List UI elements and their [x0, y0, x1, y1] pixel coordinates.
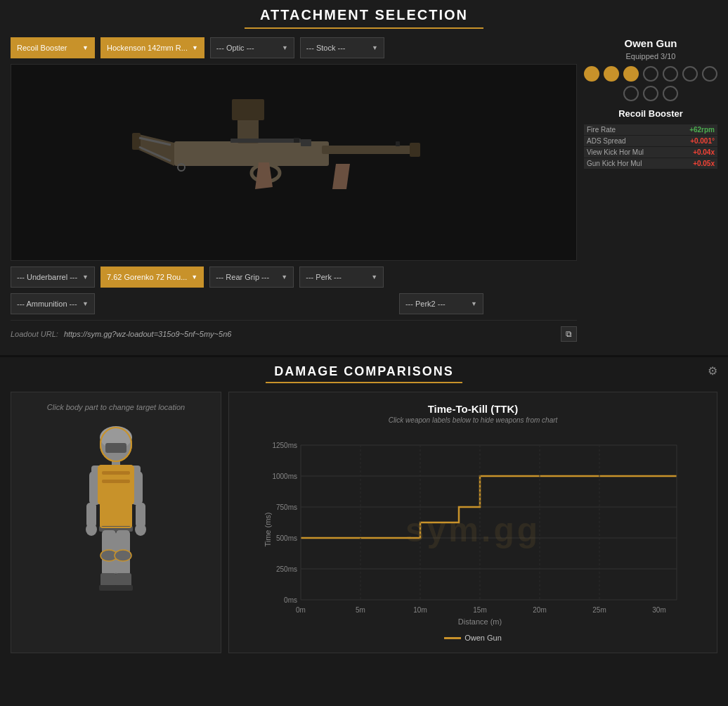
legend-line	[444, 637, 461, 639]
dropdown-optic[interactable]: --- Optic --- ▼	[210, 37, 294, 58]
svg-rect-13	[396, 141, 400, 146]
svg-text:0m: 0m	[296, 606, 306, 614]
dropdown-arrow: ▼	[82, 274, 89, 281]
dot-7	[702, 66, 717, 82]
page-title: ATTACHMENT SELECTION	[11, 7, 717, 23]
stat-row-firerate: Fire Rate +62rpm	[584, 124, 717, 135]
svg-rect-16	[105, 443, 126, 453]
dot-6	[682, 66, 698, 82]
svg-rect-12	[294, 138, 299, 143]
svg-text:500ms: 500ms	[276, 534, 297, 542]
svg-text:15m: 15m	[473, 606, 486, 614]
svg-point-29	[115, 550, 131, 561]
url-label: Loadout URL:	[11, 330, 58, 338]
stat-value: +0.001°	[690, 137, 715, 145]
stats-table: Fire Rate +62rpm ADS Spread +0.001° View…	[584, 124, 717, 169]
damage-comparisons-section: DAMAGE COMPARISONS ⚙ Click body part to …	[0, 355, 728, 660]
dropdown-arrow: ▼	[372, 44, 378, 51]
section-underline	[266, 382, 462, 383]
ttk-chart-area: Time-To-Kill (TTK) Click weapon labels b…	[228, 392, 717, 653]
svg-text:750ms: 750ms	[276, 503, 297, 511]
svg-text:Time (ms): Time (ms)	[264, 512, 272, 546]
dropdown-barrel[interactable]: Hockenson 142mm R... ▼	[100, 37, 204, 58]
svg-text:1250ms: 1250ms	[272, 442, 297, 449]
stat-value: +0.05x	[693, 160, 715, 167]
url-value: https://sym.gg?wz-loadout=315o9~5nf~5my~…	[64, 330, 555, 338]
attachment-dots	[584, 66, 717, 101]
svg-rect-2	[410, 143, 420, 157]
stat-row-ads: ADS Spread +0.001°	[584, 136, 717, 146]
dropdown-arrow: ▼	[281, 274, 287, 281]
svg-text:1000ms: 1000ms	[272, 473, 297, 480]
damage-area: Click body part to change target locatio…	[11, 392, 717, 653]
dropdown-arrow: ▼	[371, 274, 377, 281]
legend-item-owen-gun[interactable]: Owen Gun	[444, 634, 502, 642]
svg-rect-33	[115, 585, 133, 591]
dropdown-muzzle[interactable]: Recoil Booster ▼	[11, 37, 95, 58]
dot-2	[604, 66, 619, 82]
dropdown-perk[interactable]: --- Perk --- ▼	[299, 267, 384, 288]
svg-text:30m: 30m	[652, 606, 665, 614]
svg-rect-5	[301, 139, 311, 146]
svg-text:10m: 10m	[413, 606, 427, 614]
svg-text:5m: 5m	[356, 606, 365, 614]
svg-rect-8	[230, 139, 301, 143]
body-target-panel: Click body part to change target locatio…	[11, 392, 221, 653]
dot-8	[623, 86, 639, 101]
dropdown-arrow: ▼	[282, 44, 288, 51]
svg-text:0ms: 0ms	[284, 596, 297, 604]
dot-5	[663, 66, 678, 82]
svg-point-37	[135, 523, 146, 536]
svg-rect-4	[232, 99, 264, 120]
bottom-dropdowns-row2: --- Ammunition --- ▼ --- Perk2 --- ▼	[11, 293, 577, 314]
svg-rect-22	[102, 471, 130, 475]
copy-url-button[interactable]: ⧉	[561, 326, 577, 342]
chart-legend: Owen Gun	[240, 634, 706, 642]
attachment-main: Recoil Booster ▼ Hockenson 142mm R... ▼ …	[11, 37, 577, 345]
attachment-selection-section: ATTACHMENT SELECTION Recoil Booster ▼ Ho…	[0, 0, 728, 355]
dot-10	[663, 86, 678, 101]
stat-value: +62rpm	[689, 126, 715, 134]
dropdown-arrow: ▼	[191, 274, 197, 281]
legend-label: Owen Gun	[464, 634, 502, 642]
svg-point-36	[86, 523, 97, 536]
section-title: DAMAGE COMPARISONS	[11, 364, 717, 379]
dropdown-perk2[interactable]: --- Perk2 --- ▼	[399, 293, 483, 314]
dropdown-ammunition[interactable]: 7.62 Gorenko 72 Rou... ▼	[100, 267, 204, 288]
dropdown-stock[interactable]: --- Stock --- ▼	[300, 37, 384, 58]
chart-subtitle: Click weapon labels below to hide weapon…	[240, 416, 706, 424]
title-underline	[245, 27, 483, 29]
chart-container: sym.gg 1250ms 1000ms 750ms 500ms 250ms 0…	[240, 431, 706, 628]
soldier-figure[interactable]	[60, 422, 172, 619]
dropdown-rear-grip[interactable]: --- Rear Grip --- ▼	[209, 267, 294, 288]
dropdown-arrow: ▼	[192, 44, 198, 51]
chart-title: Time-To-Kill (TTK)	[240, 403, 706, 415]
svg-rect-23	[102, 480, 130, 483]
bottom-dropdowns-row1: --- Underbarrel --- ▼ 7.62 Gorenko 72 Ro…	[11, 267, 577, 288]
settings-icon[interactable]: ⚙	[708, 364, 717, 378]
stat-label: View Kick Hor Mul	[587, 148, 644, 156]
equipped-label: Equipped 3/10	[584, 52, 717, 60]
stat-row-viewkick: View Kick Hor Mul +0.04x	[584, 147, 717, 158]
right-panel: Owen Gun Equipped 3/10 Recoil Booster Fi…	[584, 37, 717, 345]
svg-rect-1	[322, 146, 413, 154]
dot-9	[643, 86, 658, 101]
stat-label: Fire Rate	[587, 126, 616, 134]
svg-rect-24	[100, 503, 131, 527]
top-dropdowns: Recoil Booster ▼ Hockenson 142mm R... ▼ …	[11, 37, 577, 58]
body-target-hint: Click body part to change target locatio…	[47, 403, 185, 411]
svg-text:250ms: 250ms	[276, 565, 297, 573]
attachment-area: Recoil Booster ▼ Hockenson 142mm R... ▼ …	[11, 37, 717, 345]
dot-4	[643, 66, 658, 82]
ttk-chart-svg: 1250ms 1000ms 750ms 500ms 250ms 0ms 0m 5…	[240, 431, 706, 628]
gun-name: Owen Gun	[584, 37, 717, 49]
equipped-attachment-name: Recoil Booster	[584, 108, 717, 119]
dropdown-underbarrel[interactable]: --- Underbarrel --- ▼	[11, 267, 95, 288]
dot-3	[623, 66, 639, 82]
dropdown-ammunition2[interactable]: --- Ammunition --- ▼	[11, 293, 95, 314]
stat-value: +0.04x	[693, 148, 715, 156]
loadout-url-row: Loadout URL: https://sym.gg?wz-loadout=3…	[11, 320, 577, 345]
dropdown-arrow: ▼	[82, 44, 89, 51]
stat-label: Gun Kick Hor Mul	[587, 160, 642, 167]
gun-image-area	[11, 64, 577, 261]
